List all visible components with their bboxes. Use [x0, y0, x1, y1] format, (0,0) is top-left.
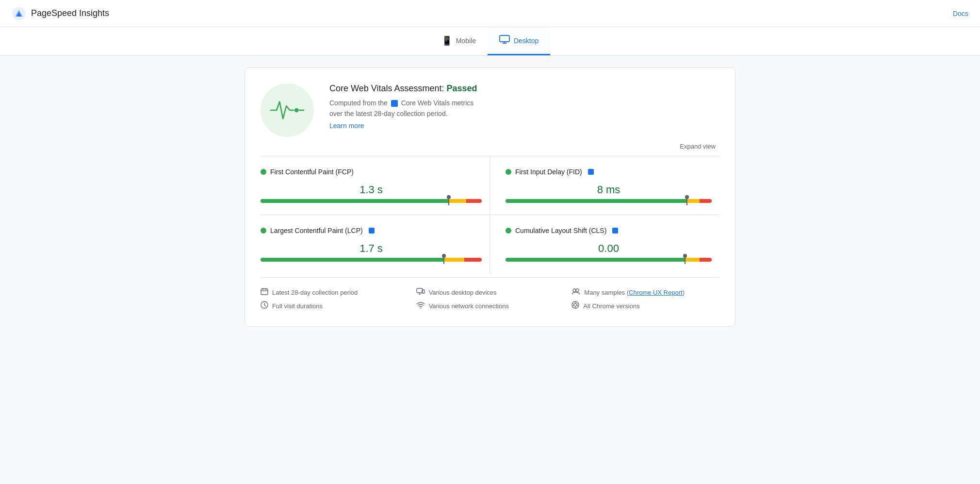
cwv-title: Core Web Vitals Assessment: Passed: [329, 83, 477, 94]
expand-button[interactable]: Expand view: [676, 141, 719, 152]
svg-rect-6: [261, 289, 268, 295]
app-title: PageSpeed Insights: [31, 8, 109, 18]
footer-item-1-text: Latest 28-day collection period: [272, 289, 358, 296]
crux-badge-icon: [391, 100, 398, 107]
metric-fcp-bar: [261, 199, 482, 203]
svg-point-21: [574, 303, 577, 306]
bar-green: [261, 258, 444, 262]
footer-item-2-text: Various desktop devices: [429, 289, 497, 296]
svg-point-14: [573, 289, 576, 292]
svg-point-15: [576, 289, 579, 292]
svg-line-24: [572, 305, 574, 306]
footer-item-5-text: Various network connections: [429, 302, 509, 310]
footer-item-4: Full visit durations: [261, 301, 408, 311]
metric-fid-name: First Input Delay (FID): [515, 168, 582, 176]
footer-item-3-text: Many samples (Chrome UX Report): [584, 289, 685, 296]
bar-red: [464, 258, 482, 262]
metrics-grid: First Contentful Paint (FCP) 1.3 s First: [261, 156, 719, 273]
footer-item-6-text: All Chrome versions: [583, 302, 639, 310]
bar-red: [466, 199, 482, 203]
bar-orange: [449, 199, 466, 203]
metric-lcp-value: 1.7 s: [261, 242, 482, 255]
pagespeed-logo: [12, 6, 26, 21]
metric-fid-crux-flag: [588, 169, 594, 175]
footer-item-6: All Chrome versions: [572, 301, 719, 311]
bar-green: [261, 199, 449, 203]
bar-red: [700, 258, 712, 262]
svg-line-25: [577, 303, 579, 304]
tab-desktop-label: Desktop: [514, 37, 539, 45]
svg-rect-1: [500, 35, 509, 42]
metric-fid-bar: [506, 199, 712, 203]
learn-more-link[interactable]: Learn more: [329, 122, 364, 130]
metric-cls-dot: [506, 228, 511, 234]
clock-icon: [261, 301, 268, 311]
tab-mobile-label: Mobile: [456, 37, 476, 45]
bar-needle: [686, 197, 687, 205]
bar-green: [506, 199, 687, 203]
metric-fid-value: 8 ms: [506, 184, 712, 196]
metric-cls-value: 0.00: [506, 242, 712, 255]
metric-cls-name: Cumulative Layout Shift (CLS): [515, 227, 606, 234]
metric-lcp: Largest Contentful Paint (LCP) 1.7 s: [261, 215, 490, 273]
bar-red: [700, 199, 712, 203]
tab-desktop[interactable]: Desktop: [488, 27, 550, 55]
metric-lcp-bar: [261, 258, 482, 262]
footer-info: Latest 28-day collection period Various …: [261, 277, 719, 311]
chrome-ux-report-link[interactable]: Chrome UX Report: [629, 289, 683, 296]
metric-cls-bar: [506, 258, 712, 262]
metric-fcp-name: First Contentful Paint (FCP): [270, 168, 354, 176]
metric-fid-header: First Input Delay (FID): [506, 168, 712, 176]
main-content: Core Web Vitals Assessment: Passed Compu…: [233, 67, 747, 327]
chrome-icon: [572, 301, 579, 311]
footer-item-5: Various network connections: [416, 301, 564, 311]
svg-point-19: [420, 308, 421, 309]
metric-lcp-header: Largest Contentful Paint (LCP): [261, 227, 482, 234]
wifi-icon: [416, 301, 425, 310]
metric-cls-crux-flag: [612, 228, 618, 234]
metric-lcp-dot: [261, 228, 266, 234]
footer-item-1: Latest 28-day collection period: [261, 287, 408, 297]
metric-cls-header: Cumulative Layout Shift (CLS): [506, 227, 712, 234]
cwv-status: Passed: [446, 83, 477, 93]
footer-item-3: Many samples (Chrome UX Report): [572, 287, 719, 297]
bar-orange: [687, 199, 700, 203]
footer-item-4-text: Full visit durations: [272, 302, 323, 310]
svg-line-18: [264, 305, 266, 306]
metric-fcp-dot: [261, 169, 266, 175]
cwv-info: Core Web Vitals Assessment: Passed Compu…: [329, 83, 477, 130]
docs-link[interactable]: Docs: [953, 10, 968, 17]
expand-row: Expand view: [261, 141, 719, 152]
logo-section: PageSpeed Insights: [12, 6, 109, 21]
bar-orange: [685, 258, 700, 262]
cwv-section: Core Web Vitals Assessment: Passed Compu…: [261, 83, 719, 137]
metric-lcp-name: Largest Contentful Paint (LCP): [270, 227, 363, 234]
metric-fid-dot: [506, 169, 511, 175]
svg-rect-10: [417, 288, 423, 293]
bar-needle: [685, 255, 686, 264]
header: PageSpeed Insights Docs: [0, 0, 980, 27]
calendar-icon: [261, 287, 268, 297]
tabs-bar: 📱 Mobile Desktop: [0, 27, 980, 56]
cwv-description: Computed from the Core Web Vitals metric…: [329, 98, 477, 119]
metric-fcp: First Contentful Paint (FCP) 1.3 s: [261, 156, 490, 215]
metric-fcp-header: First Contentful Paint (FCP): [261, 168, 482, 176]
metric-lcp-crux-flag: [369, 228, 375, 234]
svg-line-27: [577, 305, 579, 306]
metric-cls: Cumulative Layout Shift (CLS) 0.00: [490, 215, 719, 273]
desktop-icon: [499, 35, 510, 46]
results-card: Core Web Vitals Assessment: Passed Compu…: [245, 67, 735, 327]
samples-icon: [572, 288, 580, 297]
cwv-icon-container: [261, 83, 314, 137]
mobile-icon: 📱: [441, 35, 452, 46]
bar-green: [506, 258, 685, 262]
cwv-pulse-icon: [270, 96, 304, 125]
svg-line-26: [572, 303, 574, 304]
desktop-devices-icon: [416, 288, 425, 297]
bar-orange: [444, 258, 464, 262]
tab-mobile[interactable]: 📱 Mobile: [430, 27, 488, 55]
footer-item-2: Various desktop devices: [416, 287, 564, 297]
metric-fcp-value: 1.3 s: [261, 184, 482, 196]
bar-needle: [448, 197, 449, 205]
svg-point-4: [294, 108, 299, 113]
